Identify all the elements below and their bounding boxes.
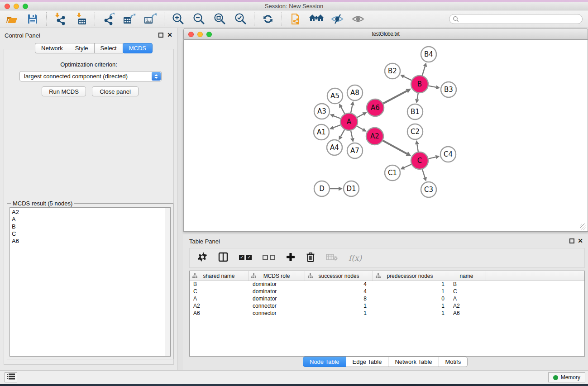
tab-style[interactable]: Style (69, 43, 95, 53)
refresh-button[interactable] (261, 12, 275, 26)
edge-B-B4[interactable] (422, 67, 425, 76)
table-cell[interactable]: 4 (305, 281, 373, 288)
zoom-out-button[interactable] (191, 12, 206, 26)
table-cell[interactable]: 0 (373, 295, 447, 303)
mcds-result-item[interactable]: A6 (12, 238, 170, 245)
table-row[interactable]: A6connector11A6 (190, 310, 584, 317)
mcds-result-item[interactable]: B (12, 223, 170, 230)
select-all-columns-button[interactable] (239, 254, 252, 262)
save-session-button[interactable] (25, 12, 40, 26)
close-panel-icon[interactable]: ✕ (167, 33, 172, 38)
table-cell[interactable]: 1 (305, 310, 373, 317)
graph-node-B3[interactable]: B3 (441, 82, 456, 97)
close-table-panel-icon[interactable]: ✕ (578, 238, 583, 243)
table-cell[interactable]: A (190, 295, 249, 303)
graph-node-A1[interactable]: A1 (314, 124, 329, 140)
edge-A-A3[interactable] (334, 116, 340, 119)
close-panel-button[interactable]: Close panel (92, 86, 139, 96)
graph-node-C[interactable]: C (411, 152, 428, 169)
column-header-MCDS-role[interactable]: MCDS role (249, 271, 305, 281)
mcds-result-item[interactable]: A (12, 216, 170, 223)
table-cell[interactable]: A2 (447, 303, 486, 310)
hide-selected-button[interactable] (330, 12, 344, 26)
graph-node-A[interactable]: A (340, 113, 358, 130)
table-row[interactable]: Bdominator41B (190, 281, 584, 288)
graph-node-D[interactable]: D (314, 181, 330, 196)
edge-A-A4[interactable] (341, 129, 345, 136)
table-cell[interactable]: dominator (249, 281, 305, 288)
edge-C-C4[interactable] (429, 157, 436, 159)
criterion-dropdown[interactable]: largest connected component (directed) (19, 71, 162, 81)
table-cell[interactable]: B (190, 281, 249, 288)
table-settings-button[interactable] (197, 252, 207, 264)
open-session-button[interactable] (5, 12, 19, 26)
graph-node-D1[interactable]: D1 (344, 181, 359, 196)
edge-B-B3[interactable] (429, 86, 436, 87)
create-column-button[interactable] (286, 253, 295, 263)
table-cell[interactable]: A6 (447, 310, 486, 317)
export-table-button[interactable] (122, 12, 137, 26)
edge-A2-C[interactable] (383, 141, 407, 154)
column-header-name[interactable]: name (447, 271, 486, 281)
table-cell[interactable]: A6 (190, 310, 249, 317)
tab-network[interactable]: Network (35, 43, 69, 53)
table-cell[interactable]: 4 (305, 288, 373, 295)
show-columns-button[interactable] (218, 252, 228, 264)
edge-B-B1[interactable] (417, 93, 418, 100)
graph-node-A3[interactable]: A3 (314, 104, 330, 119)
edge-A-A8[interactable] (351, 105, 352, 113)
graph-node-B1[interactable]: B1 (407, 104, 423, 119)
zoom-fit-button[interactable] (212, 12, 227, 26)
tab-edge-table[interactable]: Edge Table (346, 357, 389, 367)
edge-A-A6[interactable] (357, 114, 363, 117)
graph-node-A2[interactable]: A2 (366, 128, 383, 145)
edge-A-A2[interactable] (357, 126, 363, 130)
column-header-predecessor-nodes[interactable]: predecessor nodes (373, 271, 447, 281)
show-all-button[interactable] (351, 12, 365, 26)
table-cell[interactable]: A2 (190, 303, 249, 310)
tab-network-table[interactable]: Network Table (388, 357, 439, 367)
export-network-button[interactable] (101, 12, 116, 26)
table-cell[interactable]: B (447, 281, 486, 288)
tab-mcds[interactable]: MCDS (123, 43, 153, 53)
memory-button[interactable]: Memory (548, 372, 585, 382)
network-graph[interactable]: B4B2BB3B1A5A8A6A3AA1A2C2A4A7CC4C1C3DD1 (184, 40, 588, 231)
table-row[interactable]: Cdominator41C (190, 288, 584, 295)
task-history-button[interactable] (5, 372, 17, 382)
table-row[interactable]: A2connector11A2 (190, 303, 584, 310)
run-mcds-button[interactable]: Run MCDS (42, 86, 86, 96)
graph-node-A4[interactable]: A4 (327, 140, 342, 155)
tab-motifs[interactable]: Motifs (439, 357, 468, 367)
tab-select[interactable]: Select (94, 43, 123, 53)
table-cell[interactable]: A (447, 295, 486, 303)
table-cell[interactable]: 1 (373, 303, 447, 310)
edge-C-C1[interactable] (404, 164, 411, 167)
float-panel-icon[interactable] (158, 33, 163, 38)
resize-grip-icon[interactable] (580, 224, 586, 230)
column-header-shared-name[interactable]: shared name (190, 271, 249, 281)
edge-C-C2[interactable] (417, 144, 418, 152)
edge-C-C3[interactable] (422, 169, 425, 177)
deselect-all-columns-button[interactable] (263, 254, 275, 262)
graph-node-C4[interactable]: C4 (440, 147, 456, 162)
import-table-button[interactable] (74, 12, 88, 26)
edge-A6-B[interactable] (383, 91, 407, 104)
graph-node-A5[interactable]: A5 (327, 88, 343, 104)
graph-node-A8[interactable]: A8 (347, 85, 363, 100)
table-cell[interactable]: C (447, 288, 486, 295)
graph-node-B4[interactable]: B4 (421, 47, 436, 62)
table-row[interactable]: Adominator80A (190, 295, 584, 303)
network-from-file-button[interactable] (288, 12, 303, 26)
export-image-button[interactable] (143, 12, 158, 26)
import-network-button[interactable] (53, 12, 67, 26)
column-header-successor-nodes[interactable]: successor nodes (305, 271, 373, 281)
edge-A-A5[interactable] (341, 107, 344, 114)
edge-A-A7[interactable] (351, 131, 352, 138)
edge-A-A1[interactable] (333, 125, 340, 128)
table-cell[interactable]: C (190, 288, 249, 295)
mcds-result-item[interactable]: A2 (12, 209, 170, 216)
table-cell[interactable]: 1 (373, 281, 447, 288)
graph-node-B[interactable]: B (411, 76, 428, 93)
table-cell[interactable]: 1 (305, 303, 373, 310)
tab-node-table[interactable]: Node Table (303, 357, 346, 367)
